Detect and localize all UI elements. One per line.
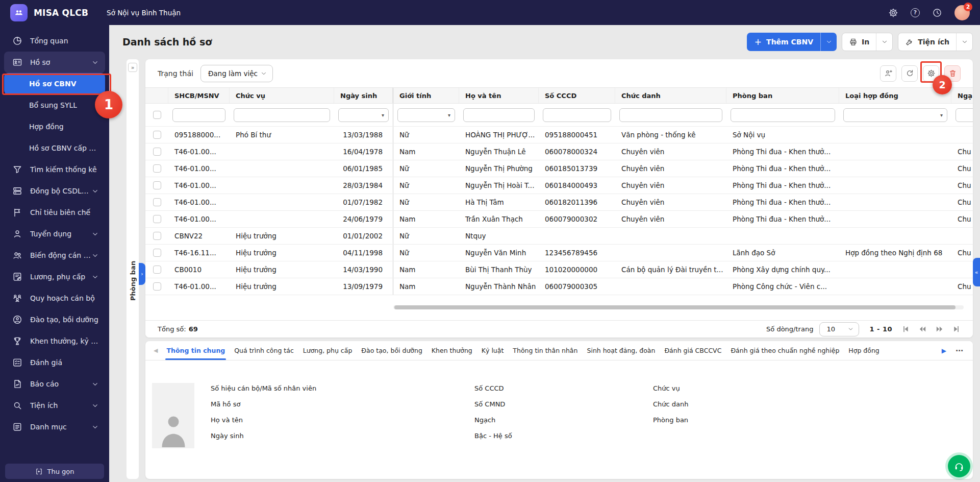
add-cbnv-button[interactable]: +Thêm CBNV — [747, 33, 837, 51]
help-icon[interactable]: ? — [911, 8, 920, 17]
row-checkbox[interactable] — [153, 282, 161, 291]
column-header-6[interactable]: Chức danh — [615, 88, 726, 103]
row-checkbox[interactable] — [153, 164, 161, 173]
sidebar-item-5[interactable]: Tuyển dụng — [4, 223, 105, 245]
sidebar-item-12[interactable]: Báo cáo — [4, 373, 105, 395]
sidebar-item-13[interactable]: Tiện ích — [4, 395, 105, 416]
tab-5[interactable]: Kỷ luật — [477, 341, 509, 360]
tab-10[interactable]: Hợp đồng — [844, 341, 884, 360]
column-header-7[interactable]: Phòng ban — [726, 88, 839, 103]
expand-right-panel-tab[interactable]: « — [973, 258, 980, 286]
sidebar-item-14[interactable]: Danh mục — [4, 416, 105, 438]
row-checkbox[interactable] — [153, 215, 161, 223]
utilities-button[interactable]: Tiện ích — [898, 33, 956, 51]
prev-page-button[interactable] — [918, 325, 927, 333]
tab-2[interactable]: Lương, phụ cấp — [298, 341, 357, 360]
filter-input-5[interactable] — [543, 109, 611, 122]
row-checkbox[interactable] — [153, 148, 161, 156]
rows-per-page-select[interactable]: 10 — [819, 322, 859, 336]
sidebar-item-3[interactable]: Đồng bộ CSDLQG — [4, 180, 105, 202]
tab-4[interactable]: Khen thưởng — [427, 341, 477, 360]
column-header-0[interactable]: SHCB/MSNV — [168, 88, 230, 103]
column-header-2[interactable]: Ngày sinh — [334, 88, 393, 103]
more-tabs-icon[interactable]: ⋯ — [956, 346, 964, 355]
sidebar-subitem-1-1[interactable]: Bổ sung SYLL — [4, 94, 105, 116]
tab-3[interactable]: Đào tạo, bồi dưỡng — [357, 341, 427, 360]
sidebar-item-10[interactable]: Khen thưởng, kỷ luật — [4, 330, 105, 352]
print-dropdown[interactable] — [876, 33, 892, 51]
filter-input-9[interactable] — [956, 109, 973, 122]
assign-user-button[interactable] — [880, 65, 896, 82]
row-checkbox[interactable] — [153, 181, 161, 189]
sidebar-item-9[interactable]: Đào tạo, bồi dưỡng — [4, 309, 105, 330]
org-name[interactable]: Sở Nội vụ Bình Thuận — [107, 9, 181, 17]
expand-panel-pill[interactable]: › — [139, 263, 145, 285]
support-chat-button[interactable] — [948, 455, 970, 477]
filter-input-1[interactable] — [234, 109, 330, 122]
settings-icon[interactable] — [888, 8, 898, 18]
filter-input-7[interactable] — [731, 109, 835, 122]
column-header-4[interactable]: Họ và tên — [459, 88, 539, 103]
app-logo[interactable] — [10, 4, 28, 21]
filter-input-0[interactable] — [173, 109, 225, 122]
collapse-sidebar-button[interactable]: Thu gọn — [5, 464, 104, 479]
filter-input-2[interactable] — [339, 109, 388, 122]
filter-input-6[interactable] — [620, 109, 722, 122]
column-header-5[interactable]: Số CCCD — [539, 88, 615, 103]
row-checkbox[interactable] — [153, 266, 161, 274]
expand-panel-button[interactable]: » — [128, 63, 137, 72]
column-header-1[interactable]: Chức vụ — [230, 88, 334, 103]
last-page-button[interactable] — [952, 325, 961, 333]
refresh-button[interactable] — [901, 65, 918, 82]
select-all-checkbox[interactable] — [153, 111, 161, 119]
tab-7[interactable]: Sinh hoạt đảng, đoàn — [582, 341, 660, 360]
row-checkbox[interactable] — [153, 249, 161, 257]
sidebar-item-4[interactable]: Chỉ tiêu biên chế — [4, 202, 105, 223]
user-avatar[interactable]: 2 — [954, 5, 970, 20]
horizontal-scrollbar[interactable] — [393, 305, 964, 309]
filter-input-8[interactable] — [844, 109, 947, 122]
table-row[interactable]: T46-01.00...01/07/1982NữHà Thị Tâm060182… — [145, 194, 973, 211]
tab-9[interactable]: Đánh giá theo chuẩn nghề nghiệp — [726, 341, 844, 360]
sidebar-subitem-1-2[interactable]: Hợp đồng — [4, 116, 105, 137]
column-header-9[interactable]: Ngạ — [951, 88, 973, 103]
table-row[interactable]: T46-01.00...16/04/1978NamNguyễn Thuận Lê… — [145, 143, 973, 160]
filter-input-4[interactable] — [464, 109, 534, 122]
sidebar-item-0[interactable]: Tổng quan — [4, 30, 105, 52]
row-checkbox[interactable] — [153, 198, 161, 206]
tab-6[interactable]: Thông tin thân nhân — [508, 341, 582, 360]
table-row[interactable]: CBNV22Hiệu trưởng01/01/2002NữNtquy — [145, 228, 973, 245]
table-row[interactable]: T46-01.00...28/03/1984NữNguyễn Thị Hoài … — [145, 177, 973, 194]
sidebar-item-7[interactable]: Lương, phụ cấp — [4, 266, 105, 287]
table-row[interactable]: T46-01.00...24/06/1979NamTrần Xuân Thạch… — [145, 211, 973, 228]
sidebar-item-2[interactable]: Tìm kiếm thống kê — [4, 159, 105, 180]
next-page-button[interactable] — [935, 325, 944, 333]
sidebar-item-6[interactable]: Biến động cán bộ — [4, 245, 105, 266]
filter-input-3[interactable] — [398, 109, 455, 122]
history-icon[interactable] — [932, 8, 942, 18]
tab-8[interactable]: Đánh giá CBCCVC — [660, 341, 726, 360]
sidebar-item-11[interactable]: Đánh giá — [4, 352, 105, 373]
add-cbnv-dropdown[interactable] — [820, 33, 837, 51]
tabs-scroll-right-icon[interactable]: ▶ — [942, 347, 946, 354]
sidebar-subitem-1-3[interactable]: Hồ sơ CBNV cấp dưới — [4, 137, 105, 159]
print-button[interactable]: In — [842, 33, 876, 51]
scrollbar-thumb[interactable] — [394, 305, 956, 309]
table-row[interactable]: 095188000...Phó Bí thư13/03/1988NữHOÀNG … — [145, 127, 973, 143]
status-select[interactable]: Đang làm việc — [200, 65, 273, 82]
table-row[interactable]: T46-01.00...Hiệu trưởng13/09/1979NamNguy… — [145, 278, 973, 295]
tabs-scroll-left-icon[interactable]: ◀ — [149, 341, 162, 360]
sidebar-subitem-1-0[interactable]: Hồ sơ CBNV — [4, 73, 105, 94]
tab-0[interactable]: Thông tin chung — [162, 341, 230, 360]
first-page-button[interactable] — [901, 325, 910, 333]
sidebar-item-8[interactable]: Quy hoạch cán bộ — [4, 287, 105, 309]
utilities-dropdown[interactable] — [956, 33, 972, 51]
column-header-3[interactable]: Giới tính — [393, 88, 459, 103]
tab-1[interactable]: Quá trình công tác — [230, 341, 298, 360]
table-row[interactable]: T46-16.11...Hiệu trưởng04/11/1998NữNguyễ… — [145, 245, 973, 261]
row-checkbox[interactable] — [153, 131, 161, 139]
sidebar-item-1[interactable]: Hồ sơ — [4, 52, 105, 73]
table-row[interactable]: T46-01.00...06/01/1985NữNguyễn Thị Phườn… — [145, 160, 973, 177]
row-checkbox[interactable] — [153, 232, 161, 240]
table-row[interactable]: CB0010Hiệu trưởng14/03/1990NamBùi Thị Th… — [145, 261, 973, 278]
